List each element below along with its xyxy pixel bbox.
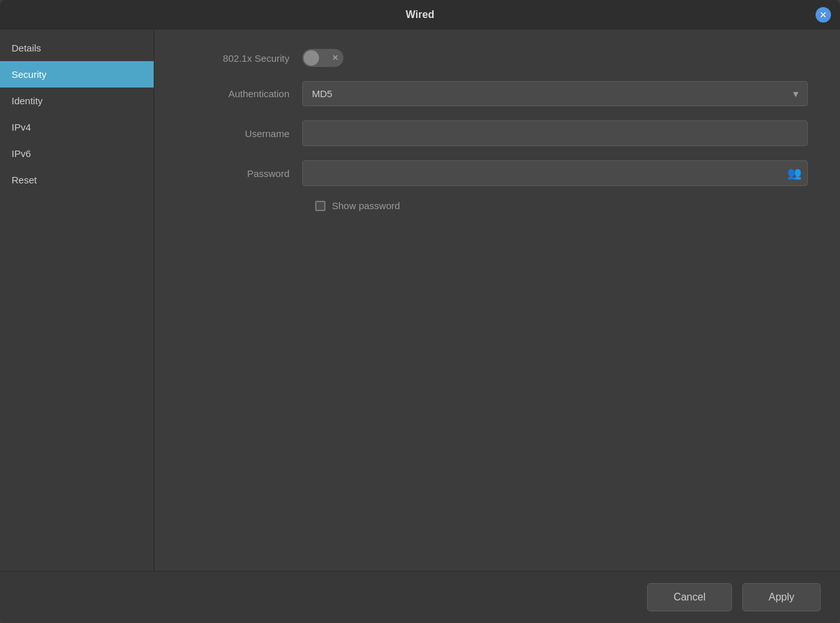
sidebar-item-ipv4[interactable]: IPv4 <box>0 114 154 140</box>
authentication-row: Authentication MD5 TLS LEAP PWD FAST TTL… <box>187 81 808 106</box>
sidebar-item-ipv6[interactable]: IPv6 <box>0 140 154 167</box>
password-input[interactable] <box>302 160 808 186</box>
toggle-knob <box>304 50 319 66</box>
toggle-x-icon: ✕ <box>332 53 338 62</box>
wired-dialog: Wired ✕ Details Security Identity IPv4 I… <box>0 0 840 623</box>
password-wrapper: 👥 <box>302 160 808 186</box>
cancel-button[interactable]: Cancel <box>647 583 732 611</box>
apply-button[interactable]: Apply <box>742 583 821 611</box>
sidebar: Details Security Identity IPv4 IPv6 Rese… <box>0 30 154 571</box>
security-toggle-label: 802.1x Security <box>187 53 302 64</box>
window-title: Wired <box>406 9 434 21</box>
username-label: Username <box>187 128 302 139</box>
authentication-select[interactable]: MD5 TLS LEAP PWD FAST TTLS PEAP <box>302 81 808 106</box>
show-password-label[interactable]: Show password <box>332 200 400 211</box>
security-toggle[interactable]: ✕ <box>302 49 343 67</box>
authentication-label: Authentication <box>187 88 302 99</box>
toggle-container: ✕ <box>302 49 343 67</box>
security-toggle-row: 802.1x Security ✕ <box>187 49 808 67</box>
sidebar-item-reset[interactable]: Reset <box>0 167 154 193</box>
form-area: 802.1x Security ✕ Authentication MD5 <box>187 49 808 552</box>
content-area: Details Security Identity IPv4 IPv6 Rese… <box>0 30 840 571</box>
footer: Cancel Apply <box>0 571 840 623</box>
close-button[interactable]: ✕ <box>816 7 831 23</box>
sidebar-item-identity[interactable]: Identity <box>0 88 154 114</box>
username-input[interactable] <box>302 120 808 146</box>
sidebar-item-security[interactable]: Security <box>0 61 154 88</box>
show-password-row: Show password <box>315 200 808 211</box>
show-password-checkbox[interactable] <box>315 201 325 211</box>
password-row: Password 👥 <box>187 160 808 186</box>
username-row: Username <box>187 120 808 146</box>
sidebar-item-details[interactable]: Details <box>0 35 154 61</box>
authentication-select-wrapper: MD5 TLS LEAP PWD FAST TTLS PEAP ▼ <box>302 81 808 106</box>
main-content: 802.1x Security ✕ Authentication MD5 <box>154 30 840 571</box>
titlebar: Wired ✕ <box>0 0 840 30</box>
password-label: Password <box>187 168 302 179</box>
password-visibility-icon[interactable]: 👥 <box>787 166 801 180</box>
